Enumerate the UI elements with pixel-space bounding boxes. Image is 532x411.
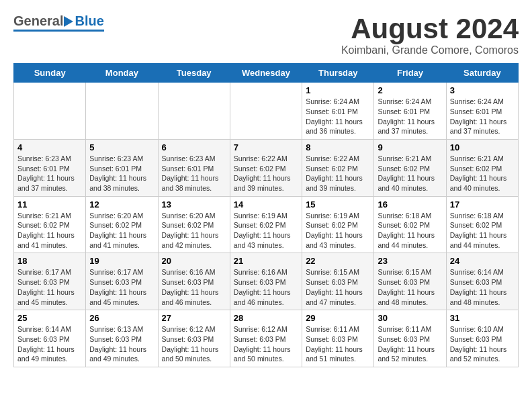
calendar-cell: 24Sunrise: 6:14 AM Sunset: 6:03 PM Dayli… <box>446 253 518 310</box>
calendar-cell: 30Sunrise: 6:11 AM Sunset: 6:03 PM Dayli… <box>374 310 446 367</box>
day-info: Sunrise: 6:19 AM Sunset: 6:02 PM Dayligh… <box>234 211 298 250</box>
day-number: 5 <box>89 142 154 152</box>
calendar-table: SundayMondayTuesdayWednesdayThursdayFrid… <box>13 63 519 367</box>
day-info: Sunrise: 6:12 AM Sunset: 6:03 PM Dayligh… <box>234 324 298 364</box>
day-number: 25 <box>17 313 82 323</box>
calendar-week-2: 4Sunrise: 6:23 AM Sunset: 6:01 PM Daylig… <box>14 139 519 196</box>
subtitle: Koimbani, Grande Comore, Comoros <box>341 44 519 56</box>
day-info: Sunrise: 6:23 AM Sunset: 6:01 PM Dayligh… <box>17 154 82 193</box>
calendar-cell: 26Sunrise: 6:13 AM Sunset: 6:03 PM Dayli… <box>86 310 158 367</box>
day-info: Sunrise: 6:20 AM Sunset: 6:02 PM Dayligh… <box>89 211 154 250</box>
weekday-header-wednesday: Wednesday <box>230 64 302 83</box>
day-info: Sunrise: 6:21 AM Sunset: 6:02 PM Dayligh… <box>17 211 82 250</box>
weekday-header-sunday: Sunday <box>14 64 86 83</box>
day-number: 3 <box>450 85 515 95</box>
day-number: 4 <box>17 142 82 152</box>
weekday-header-tuesday: Tuesday <box>158 64 230 83</box>
calendar-cell: 23Sunrise: 6:15 AM Sunset: 6:03 PM Dayli… <box>374 253 446 310</box>
calendar-cell: 21Sunrise: 6:16 AM Sunset: 6:03 PM Dayli… <box>230 253 302 310</box>
day-number: 9 <box>378 142 442 152</box>
calendar-cell: 29Sunrise: 6:11 AM Sunset: 6:03 PM Dayli… <box>302 310 374 367</box>
weekday-header-thursday: Thursday <box>302 64 374 83</box>
calendar-week-1: 1Sunrise: 6:24 AM Sunset: 6:01 PM Daylig… <box>14 83 519 140</box>
day-info: Sunrise: 6:14 AM Sunset: 6:03 PM Dayligh… <box>450 267 515 307</box>
day-number: 31 <box>450 313 515 323</box>
day-info: Sunrise: 6:15 AM Sunset: 6:03 PM Dayligh… <box>306 267 370 307</box>
logo-blue-text: Blue <box>75 13 103 29</box>
calendar-cell: 18Sunrise: 6:17 AM Sunset: 6:03 PM Dayli… <box>14 253 86 310</box>
day-number: 7 <box>234 142 298 152</box>
calendar-cell: 31Sunrise: 6:10 AM Sunset: 6:03 PM Dayli… <box>446 310 518 367</box>
calendar-cell: 3Sunrise: 6:24 AM Sunset: 6:01 PM Daylig… <box>446 83 518 140</box>
weekday-header-row: SundayMondayTuesdayWednesdayThursdayFrid… <box>14 64 519 83</box>
day-info: Sunrise: 6:23 AM Sunset: 6:01 PM Dayligh… <box>162 154 226 193</box>
day-info: Sunrise: 6:11 AM Sunset: 6:03 PM Dayligh… <box>306 324 370 364</box>
calendar-cell: 13Sunrise: 6:20 AM Sunset: 6:02 PM Dayli… <box>158 196 230 253</box>
day-number: 2 <box>378 85 442 95</box>
calendar-cell: 20Sunrise: 6:16 AM Sunset: 6:03 PM Dayli… <box>158 253 230 310</box>
calendar-cell: 22Sunrise: 6:15 AM Sunset: 6:03 PM Dayli… <box>302 253 374 310</box>
day-number: 20 <box>162 256 226 266</box>
day-number: 29 <box>306 313 370 323</box>
main-title: August 2024 <box>341 13 519 44</box>
day-number: 22 <box>306 256 370 266</box>
calendar-cell: 14Sunrise: 6:19 AM Sunset: 6:02 PM Dayli… <box>230 196 302 253</box>
calendar-cell <box>230 83 302 140</box>
calendar-cell: 25Sunrise: 6:14 AM Sunset: 6:03 PM Dayli… <box>14 310 86 367</box>
logo-brand: General Blue <box>13 13 104 29</box>
title-area: August 2024 Koimbani, Grande Comore, Com… <box>341 13 519 56</box>
calendar-cell: 17Sunrise: 6:18 AM Sunset: 6:02 PM Dayli… <box>446 196 518 253</box>
logo-text-group: General Blue <box>13 13 104 32</box>
day-info: Sunrise: 6:21 AM Sunset: 6:02 PM Dayligh… <box>450 154 515 193</box>
day-info: Sunrise: 6:24 AM Sunset: 6:01 PM Dayligh… <box>306 97 370 136</box>
day-info: Sunrise: 6:22 AM Sunset: 6:02 PM Dayligh… <box>234 154 298 193</box>
calendar-cell: 15Sunrise: 6:19 AM Sunset: 6:02 PM Dayli… <box>302 196 374 253</box>
day-info: Sunrise: 6:24 AM Sunset: 6:01 PM Dayligh… <box>450 97 515 136</box>
calendar-cell: 6Sunrise: 6:23 AM Sunset: 6:01 PM Daylig… <box>158 139 230 196</box>
day-info: Sunrise: 6:15 AM Sunset: 6:03 PM Dayligh… <box>378 267 442 307</box>
calendar-cell: 5Sunrise: 6:23 AM Sunset: 6:01 PM Daylig… <box>86 139 158 196</box>
day-number: 19 <box>89 256 154 266</box>
day-info: Sunrise: 6:10 AM Sunset: 6:03 PM Dayligh… <box>450 324 515 364</box>
calendar-cell: 10Sunrise: 6:21 AM Sunset: 6:02 PM Dayli… <box>446 139 518 196</box>
day-number: 6 <box>162 142 226 152</box>
logo-general-text: General <box>13 13 63 29</box>
day-info: Sunrise: 6:12 AM Sunset: 6:03 PM Dayligh… <box>162 324 226 364</box>
day-number: 16 <box>378 199 442 210</box>
calendar-week-3: 11Sunrise: 6:21 AM Sunset: 6:02 PM Dayli… <box>14 196 519 253</box>
day-number: 24 <box>450 256 515 266</box>
day-number: 23 <box>378 256 442 266</box>
calendar-cell: 28Sunrise: 6:12 AM Sunset: 6:03 PM Dayli… <box>230 310 302 367</box>
day-info: Sunrise: 6:16 AM Sunset: 6:03 PM Dayligh… <box>162 267 226 307</box>
logo-underline <box>13 30 104 32</box>
day-info: Sunrise: 6:21 AM Sunset: 6:02 PM Dayligh… <box>378 154 442 193</box>
calendar-cell: 9Sunrise: 6:21 AM Sunset: 6:02 PM Daylig… <box>374 139 446 196</box>
calendar-cell: 8Sunrise: 6:22 AM Sunset: 6:02 PM Daylig… <box>302 139 374 196</box>
calendar-cell: 27Sunrise: 6:12 AM Sunset: 6:03 PM Dayli… <box>158 310 230 367</box>
day-info: Sunrise: 6:19 AM Sunset: 6:02 PM Dayligh… <box>306 211 370 250</box>
calendar-cell: 16Sunrise: 6:18 AM Sunset: 6:02 PM Dayli… <box>374 196 446 253</box>
calendar-cell: 7Sunrise: 6:22 AM Sunset: 6:02 PM Daylig… <box>230 139 302 196</box>
day-info: Sunrise: 6:14 AM Sunset: 6:03 PM Dayligh… <box>17 324 82 364</box>
calendar-cell: 12Sunrise: 6:20 AM Sunset: 6:02 PM Dayli… <box>86 196 158 253</box>
header-area: General Blue August 2024 Koimbani, Grand… <box>13 13 519 56</box>
day-info: Sunrise: 6:23 AM Sunset: 6:01 PM Dayligh… <box>89 154 154 193</box>
calendar-cell: 4Sunrise: 6:23 AM Sunset: 6:01 PM Daylig… <box>14 139 86 196</box>
day-number: 11 <box>17 199 82 210</box>
day-number: 8 <box>306 142 370 152</box>
day-number: 12 <box>89 199 154 210</box>
calendar-cell <box>158 83 230 140</box>
calendar-cell <box>86 83 158 140</box>
day-number: 27 <box>162 313 226 323</box>
calendar-cell <box>14 83 86 140</box>
day-info: Sunrise: 6:20 AM Sunset: 6:02 PM Dayligh… <box>162 211 226 250</box>
day-info: Sunrise: 6:24 AM Sunset: 6:01 PM Dayligh… <box>378 97 442 136</box>
day-number: 30 <box>378 313 442 323</box>
day-info: Sunrise: 6:18 AM Sunset: 6:02 PM Dayligh… <box>450 211 515 250</box>
calendar-week-4: 18Sunrise: 6:17 AM Sunset: 6:03 PM Dayli… <box>14 253 519 310</box>
logo-arrow-icon <box>64 16 73 27</box>
day-info: Sunrise: 6:17 AM Sunset: 6:03 PM Dayligh… <box>17 267 82 307</box>
day-number: 14 <box>234 199 298 210</box>
day-info: Sunrise: 6:17 AM Sunset: 6:03 PM Dayligh… <box>89 267 154 307</box>
day-number: 17 <box>450 199 515 210</box>
